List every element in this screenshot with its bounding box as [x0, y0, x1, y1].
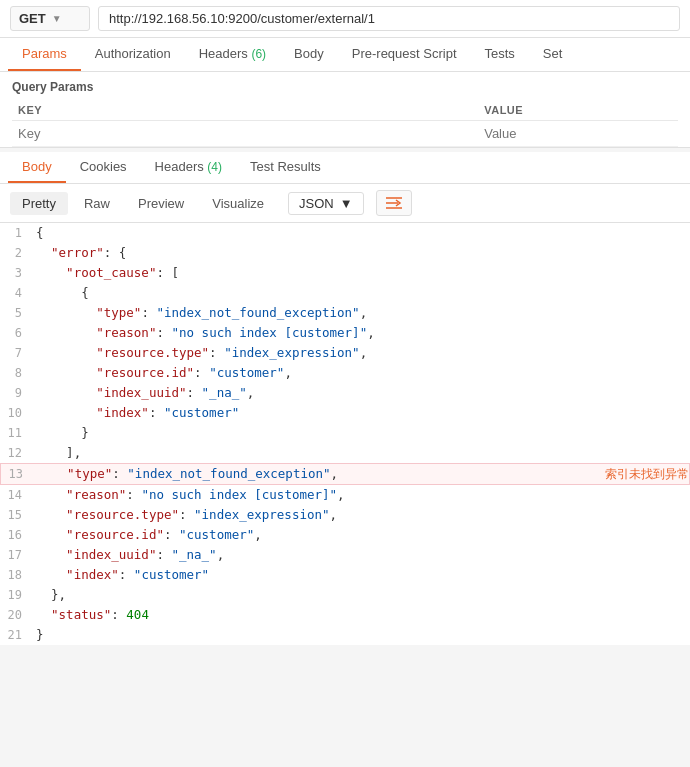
code-line: 9 "index_uuid": "_na_", — [0, 383, 690, 403]
method-arrow-icon: ▼ — [52, 13, 62, 24]
line-content: }, — [32, 585, 690, 605]
code-line: 12 ], — [0, 443, 690, 463]
request-tabs: Params Authorization Headers (6) Body Pr… — [0, 38, 690, 72]
wrap-icon — [385, 195, 403, 211]
line-content: "index_uuid": "_na_", — [32, 383, 690, 403]
line-number: 8 — [0, 363, 32, 383]
line-content: "reason": "no such index [customer]", — [32, 323, 690, 343]
json-format-select[interactable]: JSON ▼ — [288, 192, 364, 215]
line-content: } — [32, 625, 690, 645]
code-line: 3 "root_cause": [ — [0, 263, 690, 283]
tab-test-results[interactable]: Test Results — [236, 152, 335, 183]
line-content: "index_uuid": "_na_", — [32, 545, 690, 565]
line-content: "index": "customer" — [32, 565, 690, 585]
line-content: } — [32, 423, 690, 443]
line-content: "resource.type": "index_expression", — [32, 505, 690, 525]
line-number: 10 — [0, 403, 32, 423]
line-number: 6 — [0, 323, 32, 343]
code-line: 8 "resource.id": "customer", — [0, 363, 690, 383]
line-content: "status": 404 — [32, 605, 690, 625]
tab-cookies[interactable]: Cookies — [66, 152, 141, 183]
format-bar: Pretty Raw Preview Visualize JSON ▼ — [0, 184, 690, 223]
code-line: 13 "type": "index_not_found_exception",索… — [0, 463, 690, 485]
query-params-title: Query Params — [12, 80, 678, 94]
code-viewer: 1{2 "error": {3 "root_cause": [4 {5 "typ… — [0, 223, 690, 645]
params-table: KEY VALUE — [12, 100, 678, 147]
code-line: 6 "reason": "no such index [customer]", — [0, 323, 690, 343]
code-line: 17 "index_uuid": "_na_", — [0, 545, 690, 565]
line-content: "resource.id": "customer", — [32, 363, 690, 383]
code-annotation: 索引未找到异常 — [605, 464, 689, 484]
code-line: 14 "reason": "no such index [customer]", — [0, 485, 690, 505]
line-content: "index": "customer" — [32, 403, 690, 423]
code-line: 1{ — [0, 223, 690, 243]
value-cell — [478, 121, 678, 147]
line-content: "type": "index_not_found_exception", — [33, 464, 595, 484]
value-input[interactable] — [484, 126, 672, 141]
line-content: { — [32, 283, 690, 303]
method-label: GET — [19, 11, 46, 26]
tab-body[interactable]: Body — [280, 38, 338, 71]
line-content: { — [32, 223, 690, 243]
response-headers-badge: (4) — [207, 160, 222, 174]
line-number: 11 — [0, 423, 32, 443]
tab-headers[interactable]: Headers (6) — [185, 38, 280, 71]
code-line: 21} — [0, 625, 690, 645]
code-line: 5 "type": "index_not_found_exception", — [0, 303, 690, 323]
code-line: 18 "index": "customer" — [0, 565, 690, 585]
line-number: 12 — [0, 443, 32, 463]
line-content: ], — [32, 443, 690, 463]
line-number: 19 — [0, 585, 32, 605]
tab-params[interactable]: Params — [8, 38, 81, 71]
tab-pre-request-script[interactable]: Pre-request Script — [338, 38, 471, 71]
pretty-btn[interactable]: Pretty — [10, 192, 68, 215]
preview-btn[interactable]: Preview — [126, 192, 196, 215]
line-content: "resource.id": "customer", — [32, 525, 690, 545]
key-cell — [12, 121, 478, 147]
code-line: 2 "error": { — [0, 243, 690, 263]
line-number: 5 — [0, 303, 32, 323]
line-number: 21 — [0, 625, 32, 645]
tab-response-body[interactable]: Body — [8, 152, 66, 183]
line-number: 13 — [1, 464, 33, 484]
line-content: "root_cause": [ — [32, 263, 690, 283]
code-line: 10 "index": "customer" — [0, 403, 690, 423]
line-number: 3 — [0, 263, 32, 283]
raw-btn[interactable]: Raw — [72, 192, 122, 215]
line-content: "error": { — [32, 243, 690, 263]
line-number: 7 — [0, 343, 32, 363]
code-line: 15 "resource.type": "index_expression", — [0, 505, 690, 525]
url-input[interactable] — [98, 6, 680, 31]
wrap-button[interactable] — [376, 190, 412, 216]
line-number: 15 — [0, 505, 32, 525]
line-number: 4 — [0, 283, 32, 303]
tab-tests[interactable]: Tests — [471, 38, 529, 71]
tab-response-headers[interactable]: Headers (4) — [141, 152, 236, 183]
line-number: 16 — [0, 525, 32, 545]
key-input[interactable] — [18, 126, 472, 141]
line-number: 18 — [0, 565, 32, 585]
tab-settings[interactable]: Set — [529, 38, 577, 71]
line-number: 20 — [0, 605, 32, 625]
tab-authorization[interactable]: Authorization — [81, 38, 185, 71]
col-header-value: VALUE — [478, 100, 678, 121]
line-content: "resource.type": "index_expression", — [32, 343, 690, 363]
visualize-btn[interactable]: Visualize — [200, 192, 276, 215]
line-number: 17 — [0, 545, 32, 565]
line-content: "reason": "no such index [customer]", — [32, 485, 690, 505]
top-bar: GET ▼ — [0, 0, 690, 38]
line-content: "type": "index_not_found_exception", — [32, 303, 690, 323]
code-line: 4 { — [0, 283, 690, 303]
code-line: 16 "resource.id": "customer", — [0, 525, 690, 545]
headers-badge: (6) — [251, 47, 266, 61]
col-header-key: KEY — [12, 100, 478, 121]
json-arrow-icon: ▼ — [340, 196, 353, 211]
query-params-section: Query Params KEY VALUE — [0, 72, 690, 148]
line-number: 1 — [0, 223, 32, 243]
code-line: 7 "resource.type": "index_expression", — [0, 343, 690, 363]
line-number: 2 — [0, 243, 32, 263]
table-row — [12, 121, 678, 147]
code-line: 20 "status": 404 — [0, 605, 690, 625]
code-line: 19 }, — [0, 585, 690, 605]
method-dropdown[interactable]: GET ▼ — [10, 6, 90, 31]
